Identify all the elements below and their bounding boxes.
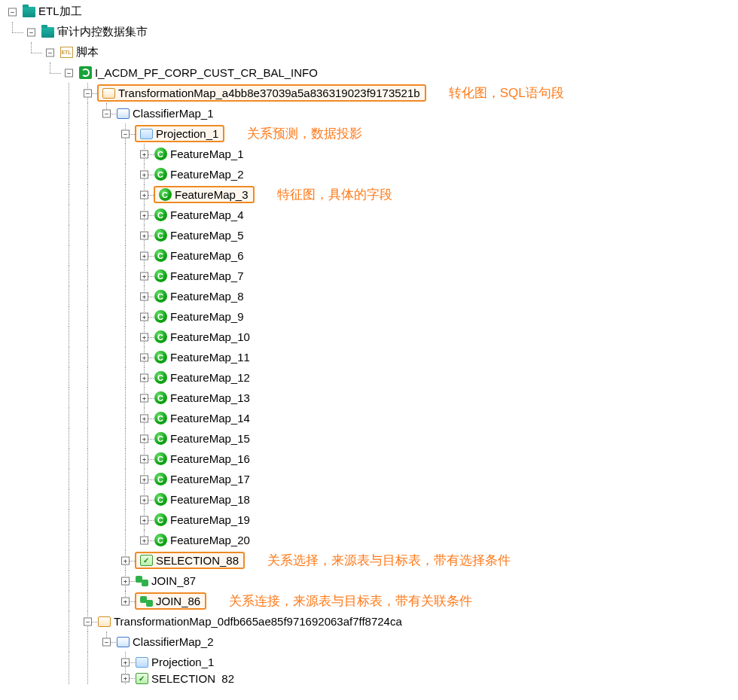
tree-node-feature[interactable]: +CFeatureMap_12	[3, 367, 735, 388]
tree-node-feature[interactable]: +CFeatureMap_1	[3, 144, 735, 164]
node-label: FeatureMap_1	[169, 147, 245, 161]
collapse-icon[interactable]: −	[27, 28, 35, 36]
node-label: JOIN_87	[150, 574, 197, 588]
tree-node-feature[interactable]: +CFeatureMap_3特征图，具体的字段	[3, 184, 735, 205]
expand-icon[interactable]: +	[121, 556, 130, 565]
expand-icon[interactable]: +	[140, 170, 148, 178]
tree-node-transformation-map[interactable]: − TransformationMap_0dfb665ae85f97169206…	[3, 611, 735, 632]
highlighted-node: SELECTION_88	[135, 552, 245, 569]
tree-node-feature[interactable]: +CFeatureMap_7	[3, 266, 735, 286]
node-label: FeatureMap_5	[169, 228, 245, 242]
tree-node-feature[interactable]: +CFeatureMap_14	[3, 408, 735, 428]
expand-icon[interactable]: +	[140, 353, 148, 361]
expand-icon[interactable]: +	[140, 272, 148, 280]
collapse-icon[interactable]: −	[46, 48, 54, 56]
tree-node-feature[interactable]: +CFeatureMap_18	[3, 489, 735, 510]
expand-icon[interactable]: +	[140, 536, 148, 544]
node-label: SELECTION_88	[154, 553, 240, 568]
tree-node-feature[interactable]: +CFeatureMap_19	[3, 510, 735, 530]
node-label: FeatureMap_15	[169, 431, 252, 446]
feature-map-icon: C	[154, 473, 167, 486]
tree-node-selection[interactable]: + SELECTION_82	[3, 672, 735, 684]
feature-map-icon: C	[154, 249, 167, 263]
expand-icon[interactable]: +	[140, 231, 148, 239]
collapse-icon[interactable]: −	[8, 8, 17, 16]
node-label: I_ACDM_PF_CORP_CUST_CR_BAL_INFO	[93, 65, 319, 80]
highlighted-node: JOIN_86	[135, 592, 206, 610]
tree-node[interactable]: − ClassifierMap_1	[3, 103, 735, 123]
tree-node-feature[interactable]: +CFeatureMap_6	[3, 245, 735, 266]
feature-map-icon: C	[154, 148, 167, 161]
expand-icon[interactable]: +	[140, 414, 148, 422]
node-label: ETL加工	[37, 4, 84, 20]
tree-node-feature[interactable]: +CFeatureMap_15	[3, 428, 735, 449]
tree-node[interactable]: − 审计内控数据集市	[3, 22, 735, 42]
tree-node-feature[interactable]: +CFeatureMap_8	[3, 286, 735, 306]
expand-icon[interactable]: +	[140, 495, 148, 504]
feature-map-icon: C	[154, 310, 167, 324]
feature-map-icon: C	[154, 229, 167, 242]
expand-icon[interactable]: +	[140, 394, 148, 402]
tree-node-transformation-map[interactable]: − TransformationMap_a4bb8e37039a5a836319…	[3, 83, 735, 103]
collapse-icon[interactable]: −	[84, 617, 92, 625]
expand-icon[interactable]: +	[121, 658, 130, 666]
expand-icon[interactable]: +	[140, 475, 148, 483]
node-label: SELECTION_82	[150, 672, 236, 684]
tree-node[interactable]: − I_ACDM_PF_CORP_CUST_CR_BAL_INFO	[3, 62, 735, 83]
tree-node-selection[interactable]: + SELECTION_88 关系选择，来源表与目标表，带有选择条件	[3, 550, 735, 571]
tree-node-feature[interactable]: +CFeatureMap_17	[3, 469, 735, 489]
expand-icon[interactable]: +	[140, 190, 148, 199]
expand-icon[interactable]: +	[140, 150, 148, 158]
transformation-map-icon	[102, 87, 115, 100]
tree-node-feature[interactable]: +CFeatureMap_9	[3, 306, 735, 327]
expand-icon[interactable]: +	[121, 597, 130, 605]
tree-node-root[interactable]: − ETL加工	[3, 2, 735, 22]
collapse-icon[interactable]: −	[102, 109, 111, 117]
feature-map-icon: C	[154, 168, 167, 181]
collapse-icon[interactable]: −	[65, 68, 73, 77]
highlighted-node: CFeatureMap_3	[154, 186, 255, 203]
expand-icon[interactable]: +	[140, 516, 148, 524]
collapse-icon[interactable]: −	[121, 129, 130, 138]
tree-node-feature[interactable]: +CFeatureMap_10	[3, 327, 735, 347]
join-icon	[139, 595, 153, 608]
expand-icon[interactable]: +	[140, 373, 148, 382]
node-label: FeatureMap_4	[169, 208, 245, 222]
collapse-icon[interactable]: −	[102, 638, 111, 646]
expand-icon[interactable]: +	[140, 211, 148, 219]
expand-icon[interactable]: +	[140, 434, 148, 443]
tree-node-feature[interactable]: +CFeatureMap_13	[3, 388, 735, 408]
annotation: 关系连接，来源表与目标表，带有关联条件	[229, 592, 472, 610]
collapse-icon[interactable]: −	[84, 89, 92, 97]
node-label: ClassifierMap_1	[131, 106, 215, 120]
tree-node-projection[interactable]: − Projection_1 关系预测，数据投影	[3, 123, 735, 144]
tree-node[interactable]: − ClassifierMap_2	[3, 632, 735, 652]
expand-icon[interactable]: +	[140, 333, 148, 341]
node-label: FeatureMap_16	[169, 452, 252, 466]
tree-node-join[interactable]: + JOIN_86 关系连接，来源表与目标表，带有关联条件	[3, 591, 735, 611]
node-label: FeatureMap_14	[169, 411, 252, 425]
tree-node-join[interactable]: + JOIN_87	[3, 571, 735, 591]
tree-node-feature[interactable]: +CFeatureMap_20	[3, 530, 735, 550]
tree-node[interactable]: − ETL 脚本	[3, 42, 735, 62]
feature-map-icon: C	[154, 330, 167, 344]
tree-node-feature[interactable]: +CFeatureMap_11	[3, 347, 735, 367]
expand-icon[interactable]: +	[121, 674, 130, 683]
tree-node-feature[interactable]: +CFeatureMap_4	[3, 205, 735, 225]
tree-node-projection[interactable]: + Projection_1	[3, 652, 735, 672]
tree-node-feature[interactable]: +CFeatureMap_16	[3, 449, 735, 469]
projection-icon	[135, 656, 148, 669]
expand-icon[interactable]: +	[140, 292, 148, 300]
feature-map-icon: C	[154, 371, 167, 385]
join-icon	[135, 574, 148, 588]
node-label: FeatureMap_13	[169, 391, 252, 405]
expand-icon[interactable]: +	[140, 312, 148, 321]
feature-map-icon: C	[154, 269, 167, 283]
tree-node-feature[interactable]: +CFeatureMap_2	[3, 164, 735, 184]
highlighted-node: Projection_1	[135, 125, 224, 142]
tree-node-feature[interactable]: +CFeatureMap_5	[3, 225, 735, 245]
expand-icon[interactable]: +	[140, 455, 148, 463]
expand-icon[interactable]: +	[121, 577, 130, 585]
expand-icon[interactable]: +	[140, 251, 148, 260]
node-label: 审计内控数据集市	[56, 24, 149, 40]
